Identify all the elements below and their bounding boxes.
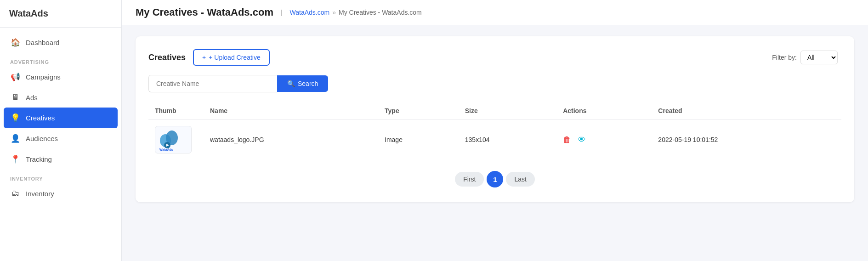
col-actions: Actions [556, 102, 652, 119]
sidebar-item-dashboard[interactable]: 🏠 Dashboard [0, 32, 121, 53]
breadcrumb-separator: | [281, 9, 283, 16]
card-title: Creatives [148, 53, 186, 62]
sidebar-item-label: Inventory [26, 190, 54, 198]
action-icons: 🗑 👁 [563, 135, 645, 145]
col-type: Type [378, 102, 459, 119]
sidebar-item-creatives[interactable]: 💡 Creatives [4, 108, 118, 128]
sidebar-logo: WataAds [0, 0, 121, 28]
creative-name: wataads_logo.JPG [204, 119, 378, 160]
creative-type: Image [378, 119, 459, 160]
card-header: Creatives + + Upload Creative Filter by:… [148, 49, 841, 66]
campaigns-icon: 📢 [10, 72, 20, 82]
creatives-icon: 💡 [10, 113, 20, 123]
ads-icon: 🖥 [10, 93, 20, 102]
breadcrumb-wataads[interactable]: WataAds.com [290, 9, 330, 16]
main-content: My Creatives - WataAds.com | WataAds.com… [122, 0, 868, 261]
home-icon: 🏠 [10, 38, 20, 47]
content-area: Creatives + + Upload Creative Filter by:… [122, 25, 868, 261]
col-size: Size [459, 102, 556, 119]
table-row: WataAds wataads_logo.JPG Image 135x104 🗑… [148, 119, 841, 160]
sidebar: WataAds 🏠 Dashboard ADVERTISING 📢 Campai… [0, 0, 122, 261]
sidebar-item-label: Tracking [26, 155, 52, 163]
creative-actions: 🗑 👁 [556, 119, 652, 160]
sidebar-item-label: Campaigns [26, 73, 61, 81]
sidebar-section-advertising: ADVERTISING [0, 53, 121, 67]
search-row: 🔍 Search [148, 75, 841, 92]
sidebar-item-audiences[interactable]: 👤 Audiences [0, 128, 121, 149]
creatives-table: Thumb Name Type Size Actions Created [148, 102, 841, 160]
first-page-button[interactable]: First [455, 172, 484, 187]
sidebar-item-label: Creatives [26, 114, 55, 122]
creatives-card: Creatives + + Upload Creative Filter by:… [136, 36, 854, 202]
card-title-row: Creatives + + Upload Creative [148, 49, 270, 66]
creative-thumbnail: WataAds [157, 128, 189, 152]
last-page-button[interactable]: Last [506, 172, 534, 187]
sidebar-item-label: Dashboard [26, 39, 59, 46]
col-created: Created [652, 102, 841, 119]
upload-creative-button[interactable]: + + Upload Creative [193, 49, 270, 66]
inventory-icon: 🗂 [10, 189, 20, 198]
creative-size: 135x104 [459, 119, 556, 160]
sidebar-nav: 🏠 Dashboard ADVERTISING 📢 Campaigns 🖥 Ad… [0, 28, 121, 208]
search-btn-label: Search [298, 80, 318, 87]
top-bar: My Creatives - WataAds.com | WataAds.com… [122, 0, 868, 25]
col-thumb: Thumb [148, 102, 204, 119]
thumb-cell: WataAds [148, 119, 204, 160]
sidebar-item-inventory[interactable]: 🗂 Inventory [0, 183, 121, 204]
search-input[interactable] [148, 75, 277, 92]
breadcrumb-arrow: » [332, 9, 336, 16]
sidebar-item-campaigns[interactable]: 📢 Campaigns [0, 67, 121, 87]
page-title: My Creatives - WataAds.com [136, 6, 273, 18]
logo-text: WataAds [9, 8, 48, 18]
svg-text:WataAds: WataAds [159, 148, 173, 151]
col-name: Name [204, 102, 378, 119]
creative-created: 2022-05-19 10:01:52 [652, 119, 841, 160]
sidebar-item-label: Ads [26, 94, 38, 102]
search-icon: 🔍 [287, 80, 295, 87]
filter-select[interactable]: All Image Video HTML [800, 51, 838, 64]
breadcrumb-current: My Creatives - WataAds.com [339, 9, 422, 16]
audiences-icon: 👤 [10, 134, 20, 143]
filter-label: Filter by: [772, 54, 797, 61]
search-button[interactable]: 🔍 Search [277, 75, 328, 92]
pagination: First 1 Last [148, 171, 841, 187]
delete-icon[interactable]: 🗑 [563, 135, 571, 145]
upload-icon: + [202, 54, 206, 61]
current-page-button[interactable]: 1 [487, 171, 503, 187]
sidebar-item-label: Audiences [26, 135, 58, 142]
tracking-icon: 📍 [10, 154, 20, 164]
upload-btn-label: + Upload Creative [209, 54, 260, 61]
filter-row: Filter by: All Image Video HTML [772, 51, 841, 64]
sidebar-item-tracking[interactable]: 📍 Tracking [0, 149, 121, 170]
breadcrumb: WataAds.com » My Creatives - WataAds.com [290, 9, 422, 16]
sidebar-item-ads[interactable]: 🖥 Ads [0, 87, 121, 108]
view-icon[interactable]: 👁 [578, 135, 586, 145]
sidebar-section-inventory: INVENTORY [0, 170, 121, 183]
thumb-wrapper: WataAds [155, 126, 192, 153]
